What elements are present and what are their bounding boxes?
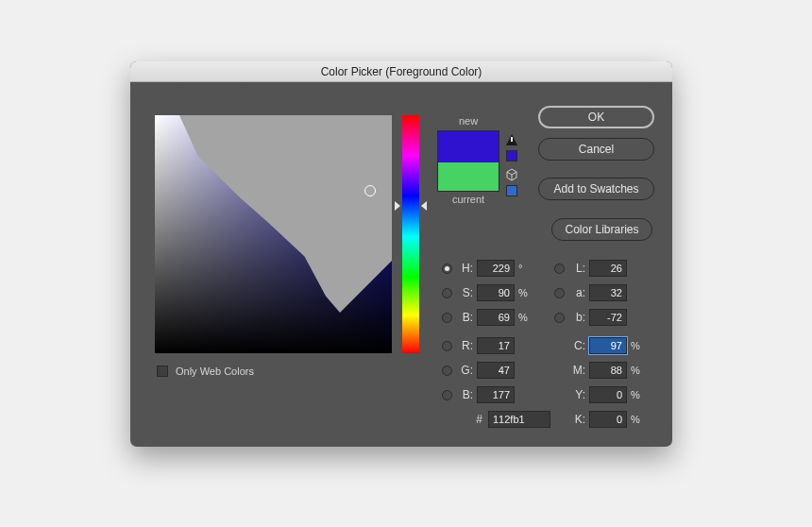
brightness-radio[interactable] [442,313,452,323]
new-color-swatch [438,131,499,162]
window-title: Color Picker (Foreground Color) [321,65,482,78]
color-libraries-button[interactable]: Color Libraries [551,218,652,241]
saturation-input[interactable]: 90 [477,284,515,301]
hue-input[interactable]: 229 [477,260,515,277]
gamut-warning-icon[interactable] [506,134,517,145]
color-picker-dialog: Color Picker (Foreground Color) new curr… [130,61,672,447]
green-radio[interactable] [442,366,452,376]
green-input[interactable]: 47 [477,362,515,379]
saturation-brightness-field[interactable] [155,115,392,353]
red-input[interactable]: 17 [477,337,515,354]
only-web-colors-row[interactable]: Only Web Colors [157,366,254,377]
red-radio[interactable] [442,341,452,351]
saturation-radio[interactable] [442,288,452,298]
magenta-label: M: [568,364,585,377]
cyan-input[interactable]: 97 [589,337,627,354]
color-preview [437,130,499,192]
brightness-input[interactable]: 69 [477,309,515,326]
hex-label: # [476,413,482,426]
hue-slider[interactable] [402,115,419,353]
blue-label: B: [456,388,473,401]
blue-radio[interactable] [442,390,452,400]
red-label: R: [456,339,473,352]
color-value-rows: H: 229 ° L: 26 S: 90 % [442,256,659,432]
brightness-label: B: [456,311,473,324]
titlebar[interactable]: Color Picker (Foreground Color) [130,61,672,82]
a-label: a: [568,286,585,299]
websafe-warning-icon[interactable] [505,168,518,181]
cancel-button[interactable]: Cancel [538,138,654,161]
yellow-label: Y: [568,388,585,401]
yellow-input[interactable]: 0 [589,386,627,403]
current-color-label: current [437,194,499,205]
current-color-swatch[interactable] [438,162,499,192]
a-radio[interactable] [554,288,565,298]
a-input[interactable]: 32 [589,284,627,301]
saturation-label: S: [456,286,473,299]
hue-radio[interactable] [442,264,452,274]
dialog-body: new current OK Cancel Add to Swatches Co… [130,82,672,447]
blue-input[interactable]: 177 [477,386,515,403]
l-input[interactable]: 26 [589,260,627,277]
b-input[interactable]: -72 [589,309,627,326]
hex-input[interactable]: 112fb1 [488,411,550,428]
websafe-warning-swatch[interactable] [506,185,517,196]
black-input[interactable]: 0 [589,411,627,428]
only-web-colors-checkbox[interactable] [157,366,168,377]
b-label: b: [568,311,585,324]
add-to-swatches-button[interactable]: Add to Swatches [538,178,654,200]
new-color-label: new [437,115,499,127]
sb-cursor[interactable] [364,185,376,196]
b-radio[interactable] [554,313,565,323]
green-label: G: [456,364,473,377]
gamut-warning-swatch[interactable] [506,150,517,162]
cyan-label: C: [568,339,585,352]
only-web-colors-label: Only Web Colors [176,366,254,377]
l-radio[interactable] [554,264,565,274]
ok-button[interactable]: OK [538,106,654,128]
l-label: L: [568,262,585,275]
degree-suffix: ° [518,263,532,274]
magenta-input[interactable]: 88 [589,362,627,379]
black-label: K: [568,413,585,426]
hue-label: H: [456,262,473,275]
